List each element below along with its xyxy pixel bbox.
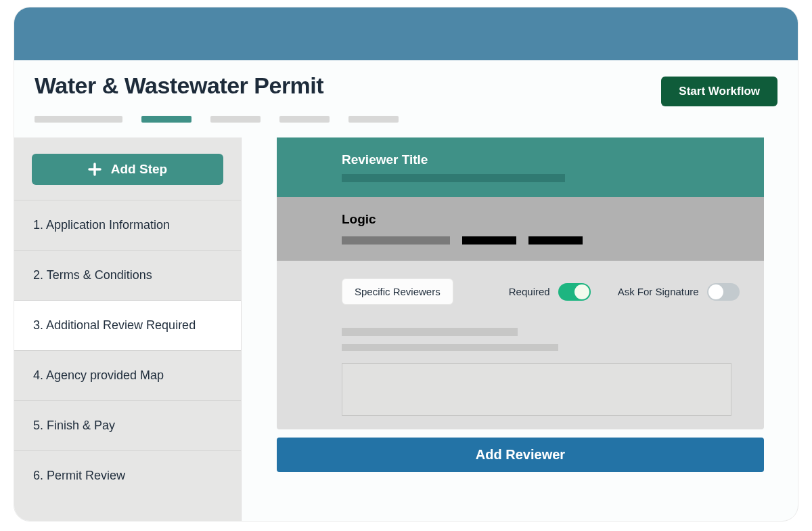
placeholder-line — [342, 328, 518, 336]
sidebar-step-item[interactable]: 5. Finish & Pay — [14, 400, 241, 450]
top-banner — [14, 7, 798, 60]
app-window: Water & Wastewater Permit Start Workflow… — [14, 7, 798, 522]
sidebar-step-item[interactable]: 2. Terms & Conditions — [14, 250, 241, 300]
add-reviewer-button[interactable]: Add Reviewer — [277, 438, 764, 472]
content-columns: Add Step 1. Application Information2. Te… — [14, 137, 798, 522]
main-panel-area: Reviewer Title Logic Specific Reviewers — [277, 137, 798, 522]
required-toggle-group: Required — [509, 283, 591, 301]
add-step-button[interactable]: Add Step — [32, 154, 223, 185]
reviewer-title-input[interactable] — [342, 174, 565, 182]
logic-expression-row — [342, 236, 764, 245]
placeholder-line — [342, 344, 558, 351]
signature-toggle[interactable] — [707, 283, 740, 301]
page-title: Water & Wastewater Permit — [35, 72, 323, 99]
reviewer-title-label: Reviewer Title — [342, 152, 764, 167]
sidebar-step-item[interactable]: 4. Agency provided Map — [14, 350, 241, 400]
required-label: Required — [509, 286, 550, 297]
sidebar-step-item[interactable]: 3. Additional Review Required — [14, 300, 241, 350]
logic-field-placeholder[interactable] — [342, 236, 450, 245]
progress-segment — [141, 116, 191, 123]
sidebar-step-item[interactable]: 1. Application Information — [14, 200, 241, 250]
reviewer-panel: Reviewer Title Logic Specific Reviewers — [277, 137, 764, 429]
start-workflow-button[interactable]: Start Workflow — [661, 77, 777, 106]
plus-icon — [88, 163, 102, 176]
signature-toggle-group: Ask For Signature — [618, 283, 740, 301]
sidebar-step-item[interactable]: 6. Permit Review — [14, 450, 241, 501]
required-toggle[interactable] — [558, 283, 591, 301]
logic-value-placeholder[interactable] — [528, 236, 583, 245]
steps-list: 1. Application Information2. Terms & Con… — [14, 200, 241, 501]
placeholder-text-lines — [277, 312, 764, 351]
specific-reviewers-chip[interactable]: Specific Reviewers — [342, 278, 453, 305]
signature-label: Ask For Signature — [618, 286, 699, 297]
logic-operator-placeholder[interactable] — [462, 236, 516, 245]
progress-indicator — [14, 106, 798, 137]
progress-segment — [35, 116, 122, 123]
progress-segment — [210, 116, 261, 123]
logic-section: Logic — [277, 197, 764, 261]
options-row: Specific Reviewers Required Ask For Sign… — [277, 261, 764, 312]
notes-textarea[interactable] — [342, 363, 731, 416]
add-step-label: Add Step — [111, 162, 167, 177]
logic-label: Logic — [342, 212, 764, 227]
progress-segment — [279, 116, 330, 123]
progress-segment — [348, 116, 399, 123]
reviewer-title-section: Reviewer Title — [277, 137, 764, 197]
header-row: Water & Wastewater Permit Start Workflow — [14, 60, 798, 106]
steps-sidebar: Add Step 1. Application Information2. Te… — [14, 137, 242, 522]
